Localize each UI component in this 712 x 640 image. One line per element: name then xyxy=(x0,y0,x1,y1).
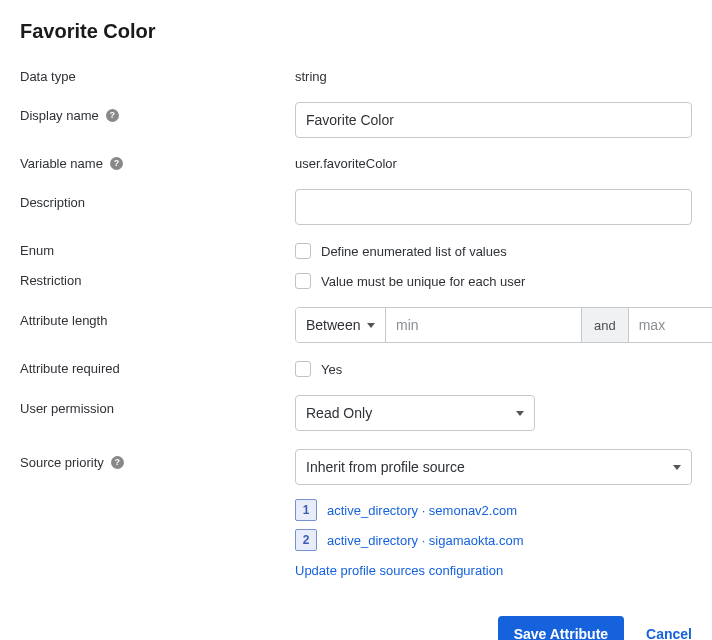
label-source-priority: Source priority ? xyxy=(20,449,295,470)
source-link[interactable]: active_directory · sigamaokta.com xyxy=(327,533,524,548)
update-sources-link[interactable]: Update profile sources configuration xyxy=(295,563,503,578)
chevron-down-icon xyxy=(673,465,681,470)
row-attribute-length: Attribute length Between and xyxy=(20,307,692,343)
description-input[interactable] xyxy=(295,189,692,225)
enum-checkbox[interactable] xyxy=(295,243,311,259)
length-max-input[interactable] xyxy=(629,308,712,342)
source-priority-item: 1 active_directory · semonav2.com xyxy=(295,499,692,521)
user-permission-select[interactable]: Read Only xyxy=(295,395,535,431)
priority-badge: 2 xyxy=(295,529,317,551)
source-link[interactable]: active_directory · semonav2.com xyxy=(327,503,517,518)
row-source-priority: Source priority ? Inherit from profile s… xyxy=(20,449,692,578)
enum-checkbox-wrap[interactable]: Define enumerated list of values xyxy=(295,243,507,259)
source-priority-item: 2 active_directory · sigamaokta.com xyxy=(295,529,692,551)
attribute-length-group: Between and xyxy=(295,307,712,343)
row-display-name: Display name ? xyxy=(20,102,692,138)
save-attribute-button[interactable]: Save Attribute xyxy=(498,616,624,640)
help-icon[interactable]: ? xyxy=(106,109,119,122)
value-data-type: string xyxy=(295,69,692,84)
label-data-type: Data type xyxy=(20,69,295,84)
chevron-down-icon xyxy=(516,411,524,416)
length-and-separator: and xyxy=(581,308,629,342)
restriction-checkbox[interactable] xyxy=(295,273,311,289)
label-description: Description xyxy=(20,189,295,210)
display-name-input[interactable] xyxy=(295,102,692,138)
restriction-checkbox-label: Value must be unique for each user xyxy=(321,274,525,289)
cancel-button[interactable]: Cancel xyxy=(646,626,692,640)
label-display-name: Display name ? xyxy=(20,102,295,123)
source-priority-select[interactable]: Inherit from profile source xyxy=(295,449,692,485)
label-enum: Enum xyxy=(20,243,295,258)
label-user-permission: User permission xyxy=(20,395,295,416)
help-icon[interactable]: ? xyxy=(111,456,124,469)
label-variable-name-text: Variable name xyxy=(20,156,103,171)
label-variable-name: Variable name ? xyxy=(20,156,295,171)
label-source-priority-text: Source priority xyxy=(20,455,104,470)
source-priority-value: Inherit from profile source xyxy=(306,459,465,475)
source-priority-list: 1 active_directory · semonav2.com 2 acti… xyxy=(295,499,692,578)
help-icon[interactable]: ? xyxy=(110,157,123,170)
row-attribute-required: Attribute required Yes xyxy=(20,361,692,377)
length-min-input[interactable] xyxy=(386,308,581,342)
row-restriction: Restriction Value must be unique for eac… xyxy=(20,273,692,289)
label-attribute-required: Attribute required xyxy=(20,361,295,376)
restriction-checkbox-wrap[interactable]: Value must be unique for each user xyxy=(295,273,525,289)
required-checkbox[interactable] xyxy=(295,361,311,377)
row-user-permission: User permission Read Only xyxy=(20,395,692,431)
label-display-name-text: Display name xyxy=(20,108,99,123)
required-checkbox-wrap[interactable]: Yes xyxy=(295,361,342,377)
length-mode-select[interactable]: Between xyxy=(296,308,386,342)
footer-actions: Save Attribute Cancel xyxy=(20,616,692,640)
length-mode-value: Between xyxy=(306,317,360,333)
required-checkbox-label: Yes xyxy=(321,362,342,377)
value-variable-name: user.favoriteColor xyxy=(295,156,692,171)
row-description: Description xyxy=(20,189,692,225)
chevron-down-icon xyxy=(367,323,375,328)
row-enum: Enum Define enumerated list of values xyxy=(20,243,692,259)
row-variable-name: Variable name ? user.favoriteColor xyxy=(20,156,692,171)
user-permission-value: Read Only xyxy=(306,405,372,421)
priority-badge: 1 xyxy=(295,499,317,521)
label-restriction: Restriction xyxy=(20,273,295,288)
row-data-type: Data type string xyxy=(20,69,692,84)
enum-checkbox-label: Define enumerated list of values xyxy=(321,244,507,259)
label-attribute-length: Attribute length xyxy=(20,307,295,328)
page-title: Favorite Color xyxy=(20,20,692,43)
